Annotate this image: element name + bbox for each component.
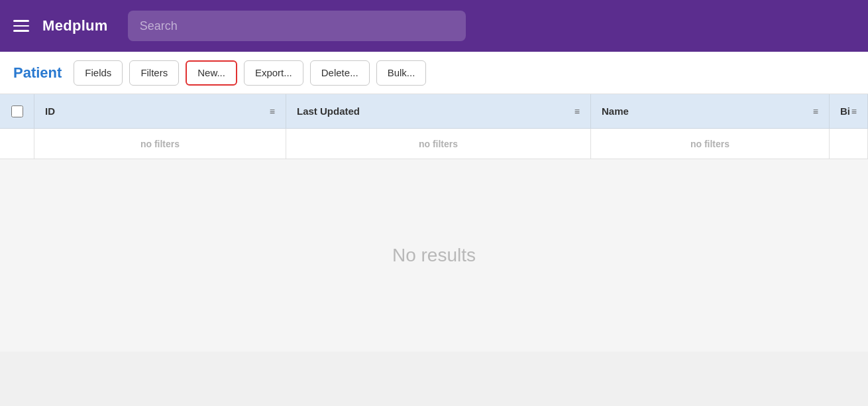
column-header-last-updated: Last Updated ≡ [286, 94, 591, 128]
column-header-id: ID ≡ [34, 94, 286, 128]
filter-last-updated-label: no filters [419, 139, 458, 149]
filter-row: no filters no filters no filters [0, 129, 868, 159]
filter-last-updated-cell: no filters [286, 129, 591, 159]
delete-button[interactable]: Delete... [310, 60, 370, 86]
no-results-label: No results [392, 245, 476, 266]
column-bi-filter-icon[interactable]: ≡ [851, 106, 857, 117]
page-title: Patient [13, 64, 62, 82]
filter-name-label: no filters [690, 139, 730, 149]
filter-id-label: no filters [140, 139, 180, 149]
select-all-checkbox[interactable] [11, 105, 23, 117]
column-header-name: Name ≡ [591, 94, 830, 128]
app-header: Medplum [0, 0, 868, 52]
column-header-bi: Bi ≡ [830, 94, 868, 128]
bulk-button[interactable]: Bulk... [376, 60, 427, 86]
column-id-filter-icon[interactable]: ≡ [270, 106, 275, 117]
no-results-area: No results [0, 159, 868, 352]
search-input[interactable] [128, 11, 466, 41]
select-all-cell[interactable] [0, 94, 34, 128]
new-button[interactable]: New... [186, 60, 237, 86]
hamburger-menu-button[interactable] [13, 20, 29, 32]
column-last-updated-label: Last Updated [297, 105, 360, 117]
fields-button[interactable]: Fields [74, 60, 123, 86]
column-bi-label: Bi [840, 105, 850, 117]
filter-bi-cell [830, 129, 868, 159]
filter-name-cell: no filters [591, 129, 830, 159]
table-header-row: ID ≡ Last Updated ≡ Name ≡ Bi ≡ [0, 94, 868, 129]
column-last-updated-filter-icon[interactable]: ≡ [574, 106, 580, 117]
export-button[interactable]: Export... [244, 60, 303, 86]
filter-id-cell: no filters [34, 129, 286, 159]
footer-area [0, 352, 868, 387]
column-name-filter-icon[interactable]: ≡ [813, 106, 818, 117]
column-id-label: ID [45, 105, 55, 117]
column-name-label: Name [602, 105, 629, 117]
filter-checkbox-cell [0, 129, 34, 159]
toolbar: Patient Fields Filters New... Export... … [0, 52, 868, 94]
filters-button[interactable]: Filters [129, 60, 179, 86]
data-table: ID ≡ Last Updated ≡ Name ≡ Bi ≡ no filte… [0, 94, 868, 159]
app-logo: Medplum [42, 17, 108, 34]
